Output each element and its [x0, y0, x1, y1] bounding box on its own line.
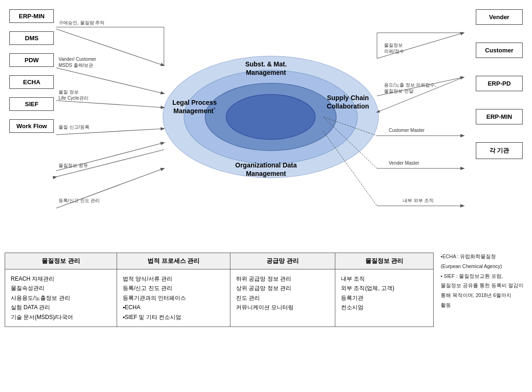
svg-text:등록/신고 진도 관리: 등록/신고 진도 관리: [59, 198, 100, 203]
note-line-4: 통해 목적이며, 2018년 6월까지: [441, 291, 527, 299]
center-area: Subst. & Mat. Management Legal Process M…: [98, 14, 434, 239]
note-line-3: 물질정보 공유를 통한 등록비 절감이: [441, 282, 527, 290]
right-boxes: Vender Customer ERP-PD ERP-MIN 각 기관: [476, 9, 523, 159]
box-sief: SIEF: [9, 97, 54, 111]
svg-text:MSDS 출력/보관: MSDS 출력/보관: [59, 63, 93, 68]
cell-0-0: REACH 자재관리 물질속성관리 사용용도/노출정보 관리 실험 DATA 관…: [5, 269, 117, 327]
label-supply: Supply Chain Collaboration: [327, 94, 369, 110]
box-dms: DMS: [9, 31, 54, 45]
cell-0-1: 법적 양식/서류 관리 등록/신고 진도 관리 등록기관과의 인터페이스 ▪EC…: [117, 269, 230, 327]
table-row: REACH 자재관리 물질속성관리 사용용도/노출정보 관리 실험 DATA 관…: [5, 269, 434, 327]
col-header-2: 공급망 관리: [230, 253, 335, 269]
box-echa: ECHA: [9, 75, 54, 89]
svg-text:물질 신고/등록: 물질 신고/등록: [59, 124, 89, 130]
box-workflow: Work Flow: [9, 119, 54, 133]
cell-0-2: 하위 공급망 정보 관리 상위 공급망 정보 관리 진도 관리 커뮤니케이션 모…: [230, 269, 335, 327]
cell-0-3: 내부 조직 외부 조직(업체, 고객) 등록기관 컨소시엄: [335, 269, 434, 327]
note-area: ▪ECHA : 유럽화학물질청 (Eurpean Chemical Agency…: [438, 253, 527, 311]
main-container: 구매승인, 물질량 추적 Vander/ Customer MSDS 출력/보관…: [0, 0, 532, 392]
svg-text:Life Cycle관리: Life Cycle관리: [59, 95, 89, 101]
label-legal: Legal Process Management`: [172, 98, 217, 115]
left-boxes: ERP-MIN DMS PDW ECHA SIEF Work Flow: [9, 9, 54, 133]
note-line-2: ▪ SIEF : 물질정보교환 포럼,: [441, 272, 527, 280]
box-vender: Vender: [476, 9, 523, 25]
label-org: Organizational Data Management: [235, 161, 296, 178]
note-line-0: ▪ECHA : 유럽화학물질청: [441, 253, 527, 261]
svg-text:구매승인, 물질량 추적: 구매승인, 물질량 추적: [59, 20, 104, 25]
box-erp-min: ERP-MIN: [9, 9, 54, 23]
col-header-1: 법적 프로세스 관리: [117, 253, 230, 269]
svg-text:물질정보 공유: 물질정보 공유: [59, 163, 88, 168]
main-table: 물질정보 관리 법적 프로세스 관리 공급망 관리 물질정보 관리 REACH …: [5, 253, 434, 327]
diagram-area: 구매승인, 물질량 추적 Vander/ Customer MSDS 출력/보관…: [5, 5, 527, 248]
ellipse-container: Subst. & Mat. Management Legal Process M…: [158, 51, 374, 201]
box-각기관: 각 기관: [476, 142, 523, 159]
box-erp-min2: ERP-MIN: [476, 109, 523, 124]
box-erp-pd: ERP-PD: [476, 76, 523, 91]
svg-text:물질 정보: 물질 정보: [59, 89, 79, 94]
box-pdw: PDW: [9, 53, 54, 67]
col-header-3: 물질정보 관리: [335, 253, 434, 269]
note-line-5: 활동: [441, 301, 527, 309]
col-header-0: 물질정보 관리: [5, 253, 117, 269]
table-area: 물질정보 관리 법적 프로세스 관리 공급망 관리 물질정보 관리 REACH …: [5, 253, 527, 327]
box-customer: Customer: [476, 43, 523, 58]
label-subst: Subst. & Mat. Management: [245, 60, 287, 77]
svg-text:Vander/ Customer: Vander/ Customer: [59, 57, 96, 62]
note-line-1: (Eurpean Chemical Agency): [441, 262, 527, 270]
